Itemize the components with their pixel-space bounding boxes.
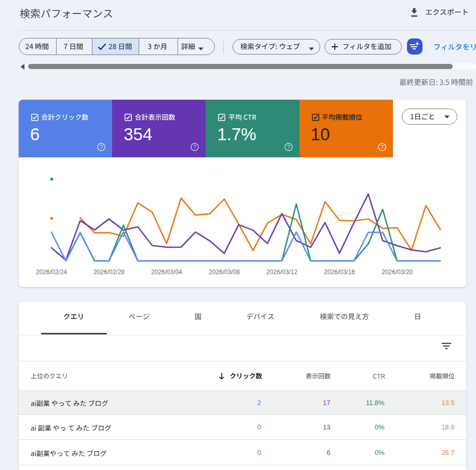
svg-text:?: ? <box>100 144 103 150</box>
svg-text:?: ? <box>287 144 290 150</box>
svg-text:?: ? <box>380 144 384 150</box>
svg-text:?: ? <box>194 144 197 150</box>
